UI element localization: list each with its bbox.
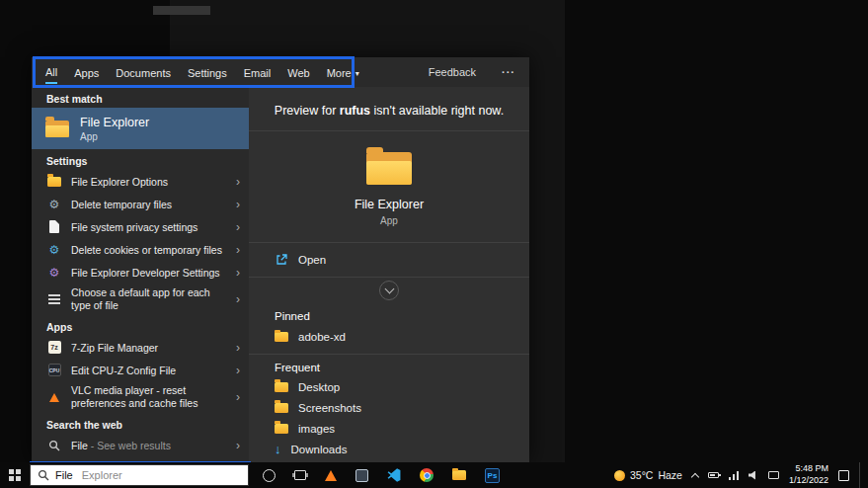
volume-icon[interactable] [749, 471, 758, 480]
search-icon [48, 440, 60, 451]
app-result-row[interactable]: 7z 7-Zip File Manager › [32, 336, 249, 359]
frequent-item-label: Downloads [291, 444, 348, 455]
row-label: Delete cookies or temporary files [71, 244, 222, 256]
start-button[interactable] [0, 462, 30, 488]
taskbar-icons: Ps [263, 462, 500, 488]
pinned-item-label: adobe-xd [298, 331, 346, 343]
vscode-icon[interactable] [387, 468, 401, 482]
system-tray: 35°C Haze 5:48 PM 1/12/2022 [614, 462, 868, 488]
windows-logo-icon [9, 469, 21, 481]
open-command[interactable]: Open [249, 243, 529, 278]
list-icon [48, 294, 60, 304]
row-label: File Explorer Options [71, 176, 168, 188]
frequent-item-row[interactable]: ↓ Downloads [249, 439, 529, 459]
show-desktop-button[interactable] [859, 462, 864, 488]
settings-result-row[interactable]: File Explorer Options › [32, 170, 249, 193]
tab-documents[interactable]: Documents [116, 61, 171, 83]
chevron-right-icon: › [236, 292, 249, 306]
app-result-row[interactable]: VLC media player - reset preferences and… [32, 381, 249, 413]
apps-section-header: Apps [32, 315, 249, 336]
battery-icon[interactable] [708, 472, 719, 478]
folder-icon [275, 424, 288, 434]
folder-icon [275, 332, 288, 342]
file-explorer-taskbar-icon[interactable] [452, 470, 466, 480]
frequent-item-row[interactable]: Screenshots [249, 397, 529, 418]
feedback-button[interactable]: Feedback [429, 66, 476, 78]
settings-result-row[interactable]: ⚙ Delete cookies or temporary files › [32, 238, 249, 261]
best-match-title: File Explorer [80, 116, 149, 129]
expander[interactable] [249, 278, 529, 303]
cpuz-icon: CPU [48, 364, 61, 376]
expand-chevron-icon [384, 285, 394, 294]
settings-result-row[interactable]: ⚙ Delete temporary files › [32, 193, 249, 215]
action-center-icon[interactable] [838, 470, 849, 481]
folder-icon [275, 403, 288, 413]
desktop: All Apps Documents Settings Email Web Mo… [0, 0, 868, 488]
tray-expand-chevron-icon[interactable] [691, 472, 699, 480]
overflow-menu-button[interactable]: ··· [502, 66, 515, 78]
network-icon[interactable] [729, 471, 739, 480]
settings-result-row[interactable]: File system privacy settings › [32, 215, 249, 238]
chevron-right-icon: › [236, 220, 249, 234]
weather-widget[interactable]: 35°C Haze [614, 469, 682, 481]
tab-web[interactable]: Web [287, 61, 309, 83]
chevron-right-icon: › [236, 266, 249, 280]
expand-circle [379, 281, 399, 300]
settings-section-header: Settings [32, 149, 249, 170]
search-suggestion-text: Explorer [82, 469, 122, 481]
chevron-down-icon: ▾ [355, 69, 359, 78]
tab-more-label: More [327, 67, 352, 79]
app-result-row[interactable]: CPU Edit CPU-Z Config File › [32, 359, 249, 381]
keyboard-icon[interactable] [768, 471, 779, 479]
open-icon [275, 253, 288, 267]
gear-icon: ⚙ [49, 199, 60, 210]
pinned-header: Pinned [249, 303, 529, 325]
vlc-cone-icon [49, 393, 59, 402]
row-label: Choose a default app for each type of fi… [71, 286, 219, 312]
weather-temp: 35°C [630, 469, 653, 481]
row-label: File Explorer Developer Settings [71, 267, 220, 279]
7zip-icon: 7z [48, 341, 61, 354]
frequent-item-label: Desktop [298, 381, 340, 393]
gear-icon: ⚙ [49, 267, 60, 279]
taskbar: File Explorer Ps 35°C Haze [0, 462, 868, 488]
best-match-result[interactable]: File Explorer App [32, 108, 249, 149]
tab-settings[interactable]: Settings [188, 61, 227, 83]
photoshop-icon[interactable]: Ps [485, 468, 500, 483]
web-result-row[interactable]: File - See web results › [32, 434, 249, 456]
row-label: VLC media player - reset preferences and… [71, 384, 219, 410]
taskbar-clock[interactable]: 5:48 PM 1/12/2022 [789, 463, 829, 486]
clock-date: 1/12/2022 [789, 475, 829, 485]
cortana-icon[interactable] [263, 469, 276, 482]
chevron-right-icon: › [236, 175, 249, 189]
chevron-right-icon: › [236, 439, 249, 452]
settings-result-row[interactable]: ⚙ File Explorer Developer Settings › [32, 261, 249, 284]
frequent-item-label: images [298, 423, 335, 435]
file-explorer-icon [45, 121, 69, 137]
web-section-header: Search the web [32, 413, 249, 434]
folder-options-icon [47, 177, 61, 187]
chrome-icon[interactable] [420, 468, 434, 482]
taskbar-search-input[interactable]: File Explorer [30, 464, 249, 486]
tab-all[interactable]: All [45, 60, 57, 84]
row-label: Delete temporary files [71, 199, 172, 210]
settings-result-row[interactable]: Choose a default app for each type of fi… [32, 284, 249, 315]
preview-pane: Preview for rufus isn't available right … [249, 87, 529, 462]
preview-app-title: File Explorer [249, 198, 529, 211]
pinned-app-icon[interactable] [355, 469, 368, 482]
document-icon [49, 220, 59, 233]
download-arrow-icon: ↓ [275, 443, 281, 455]
frequent-item-row[interactable]: images [249, 418, 529, 439]
tab-apps[interactable]: Apps [74, 61, 99, 83]
search-flyout: All Apps Documents Settings Email Web Mo… [32, 57, 529, 462]
preview-app-subtitle: App [249, 215, 529, 226]
tab-email[interactable]: Email [244, 61, 272, 83]
chevron-right-icon: › [236, 390, 249, 404]
best-match-header: Best match [32, 87, 249, 108]
tab-more[interactable]: More ▾ [327, 61, 359, 83]
frequent-item-row[interactable]: Desktop [249, 376, 529, 397]
vlc-icon[interactable] [325, 470, 337, 481]
pinned-item-row[interactable]: adobe-xd [249, 325, 529, 355]
task-view-icon[interactable] [294, 470, 306, 480]
folder-icon [275, 382, 288, 392]
